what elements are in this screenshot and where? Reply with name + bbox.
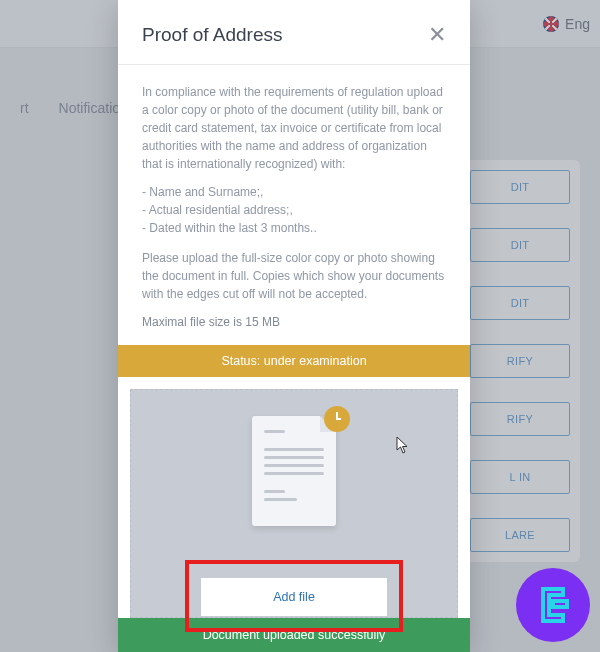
clock-pending-icon — [324, 406, 350, 432]
add-file-button[interactable]: Add file — [201, 578, 387, 616]
brand-logo-icon — [531, 583, 575, 627]
max-file-size: Maximal file size is 15 MB — [142, 313, 446, 331]
modal-title: Proof of Address — [142, 24, 282, 46]
bullet: - Actual residential address;, — [142, 201, 446, 219]
close-icon[interactable]: ✕ — [428, 24, 446, 46]
status-bar: Status: under examination — [118, 345, 470, 377]
intro-text: In compliance with the requirements of r… — [142, 83, 446, 173]
bullet: - Name and Surname;, — [142, 183, 446, 201]
document-icon — [252, 416, 336, 526]
brand-logo-badge — [516, 568, 590, 642]
upload-dropzone[interactable]: Add file — [130, 389, 458, 618]
modal-body: In compliance with the requirements of r… — [118, 65, 470, 345]
bullet: - Dated within the last 3 months.. — [142, 219, 446, 237]
proof-of-address-modal: Proof of Address ✕ In compliance with th… — [118, 0, 470, 652]
note-text: Please upload the full-size color copy o… — [142, 249, 446, 303]
